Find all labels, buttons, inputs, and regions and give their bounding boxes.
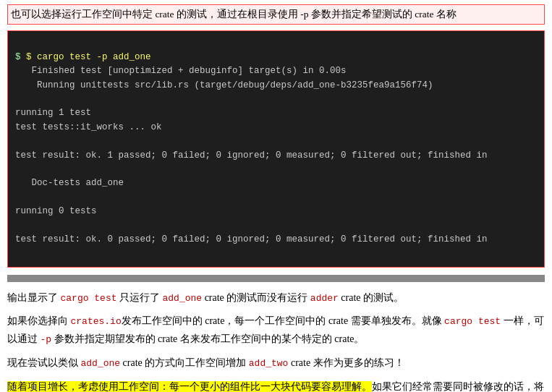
output-line-1: Finished test [unoptimized + debuginfo] … — [15, 66, 347, 76]
page-wrapper: 也可以选择运行工作空间中特定 crate 的测试，通过在根目录使用 -p 参数并… — [0, 0, 552, 392]
output-line-3: running 1 test — [15, 108, 91, 118]
output-line-2: Running unittests src/lib.rs (target/deb… — [15, 80, 433, 90]
prose-p2: 如果你选择向 crates.io发布工作空间中的 crate，每一个工作空间中的… — [7, 312, 545, 349]
inline-code-add-one-2: add_one — [81, 358, 121, 369]
inline-code-p-param: -p — [41, 334, 52, 345]
top-note-text: 也可以选择运行工作空间中特定 crate 的测试，通过在根目录使用 -p 参数并… — [11, 9, 457, 20]
prose-p3: 现在尝试以类似 add_one crate 的方式向工作空间增加 add_two… — [7, 354, 545, 372]
prose-p1: 输出显示了 cargo test 只运行了 add_one crate 的测试而… — [7, 289, 545, 307]
output-line-4: test tests::it_works ... ok — [15, 122, 162, 132]
prompt-symbol: $ — [15, 52, 26, 62]
prose-p4: 随着项目增长，考虑使用工作空间：每一个更小的组件比一大块代码要容易理解。如果它们… — [7, 378, 545, 392]
inline-code-add-one-1: add_one — [163, 293, 203, 304]
code-block: $ $ cargo test -p add_one Finished test … — [7, 30, 545, 268]
inline-code-crates-io: crates.io — [71, 316, 122, 327]
inline-code-cargo-test-2: cargo test — [444, 316, 501, 327]
output-line-5: test result: ok. 1 passed; 0 failed; 0 i… — [15, 150, 488, 161]
top-note: 也可以选择运行工作空间中特定 crate 的测试，通过在根目录使用 -p 参数并… — [7, 4, 545, 25]
cmd-input: $ cargo test -p add_one — [26, 52, 151, 62]
scrollbar[interactable] — [7, 275, 545, 282]
output-line-8: test result: ok. 0 passed; 0 failed; 0 i… — [15, 234, 488, 244]
inline-code-cargo-test: cargo test — [61, 293, 117, 304]
highlight-p4-text: 随着项目增长，考虑使用工作空间：每一个更小的组件比一大块代码要容易理解。 — [7, 381, 372, 392]
inline-code-adder: adder — [310, 293, 339, 304]
inline-code-add-two: add_two — [249, 358, 289, 369]
output-line-7: running 0 tests — [15, 206, 97, 216]
output-line-6: Doc-tests add_one — [15, 178, 124, 188]
prose-section: 输出显示了 cargo test 只运行了 add_one crate 的测试而… — [7, 289, 545, 392]
